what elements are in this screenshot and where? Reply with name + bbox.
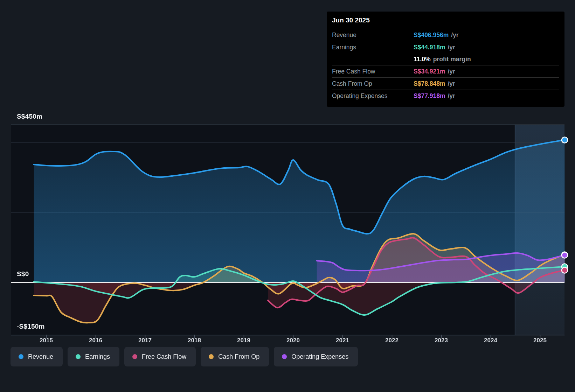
x-axis-label: 2023: [425, 337, 457, 344]
legend-item-revenue[interactable]: Revenue: [11, 347, 63, 366]
tooltip-rows: RevenueS$406.956m/yrEarningsS$44.918m/yr…: [332, 29, 559, 102]
tooltip-row-value: S$78.848m: [414, 80, 445, 88]
legend-label: Operating Expenses: [291, 353, 348, 360]
legend-label: Free Cash Flow: [142, 353, 186, 360]
tooltip-row: Cash From OpS$78.848m/yr: [332, 78, 559, 90]
tooltip-row: Free Cash FlowS$34.921m/yr: [332, 65, 559, 78]
tooltip-row-label: Free Cash Flow: [332, 68, 414, 75]
x-axis-label: 2024: [475, 337, 506, 344]
tooltip-row-value: S$44.918m: [414, 44, 445, 51]
tooltip-row-unit: /yr: [448, 92, 455, 100]
legend-dot-icon: [282, 354, 287, 359]
x-axis-label: 2016: [80, 337, 111, 344]
x-axis-label: 2022: [376, 337, 408, 344]
tooltip-row-unit: /yr: [448, 80, 455, 88]
tooltip-row-label: Operating Expenses: [332, 92, 414, 100]
legend-item-cash-from-op[interactable]: Cash From Op: [201, 347, 269, 366]
legend-dot-icon: [209, 354, 214, 359]
legend-item-earnings[interactable]: Earnings: [68, 347, 119, 366]
legend-dot-icon: [19, 354, 23, 359]
legend-item-free-cash-flow[interactable]: Free Cash Flow: [124, 347, 196, 366]
x-axis-label: 2018: [179, 337, 210, 344]
legend-item-operating-expenses[interactable]: Operating Expenses: [274, 347, 358, 366]
tooltip-row-value: S$77.918m: [414, 92, 445, 100]
tooltip-row: RevenueS$406.956m/yr: [332, 29, 559, 41]
profit-margin-label: profit margin: [433, 56, 471, 63]
tooltip-row-label: Cash From Op: [332, 80, 414, 88]
chart-legend: RevenueEarningsFree Cash FlowCash From O…: [11, 347, 358, 366]
legend-dot-icon: [76, 354, 81, 359]
tooltip-row-unit: /yr: [448, 68, 455, 75]
profit-margin-value: 11.0%: [414, 56, 431, 63]
y-axis-label: S$450m: [17, 113, 42, 120]
tooltip-date: Jun 30 2025: [332, 12, 559, 29]
tooltip-row-unit: /yr: [448, 44, 455, 51]
tooltip-row-label: Earnings: [332, 44, 414, 51]
chart-tooltip: Jun 30 2025 RevenueS$406.956m/yrEarnings…: [327, 12, 564, 107]
financial-history-chart-page: S$450mS$0-S$150m 20152016201720182019202…: [0, 0, 575, 392]
x-axis-label: 2021: [327, 337, 358, 344]
tooltip-row-label: Revenue: [332, 31, 414, 39]
tooltip-profit-margin-row: 11.0%profit margin: [332, 53, 559, 65]
x-axis-label: 2017: [129, 337, 161, 344]
y-axis-label: -S$150m: [17, 323, 45, 330]
tooltip-row: Operating ExpensesS$77.918m/yr: [332, 90, 559, 102]
tooltip-row-value: S$406.956m: [414, 31, 449, 39]
x-axis-label: 2015: [30, 337, 62, 344]
x-axis-label: 2020: [277, 337, 309, 344]
legend-label: Cash From Op: [218, 353, 259, 360]
tooltip-row-value: S$34.921m: [414, 68, 445, 75]
y-axis-label: S$0: [17, 270, 29, 278]
x-axis-label: 2025: [524, 337, 556, 344]
tooltip-row-unit: /yr: [451, 31, 458, 39]
tooltip-row: EarningsS$44.918m/yr: [332, 41, 559, 53]
legend-label: Revenue: [28, 353, 53, 360]
legend-label: Earnings: [85, 353, 110, 360]
x-axis-label: 2019: [228, 337, 259, 344]
legend-dot-icon: [132, 354, 137, 359]
